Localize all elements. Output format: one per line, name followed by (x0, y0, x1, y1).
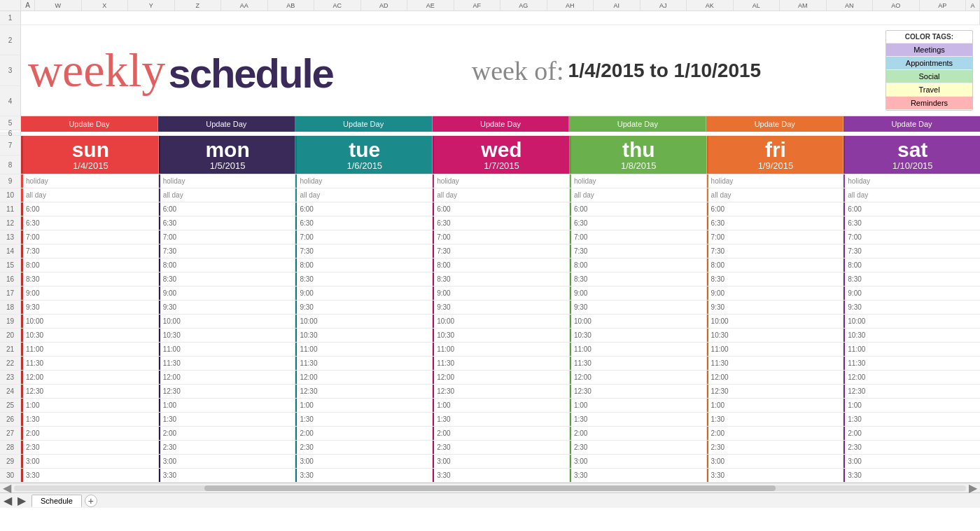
time-cell-7-30-day-2[interactable]: 7:30 (295, 244, 433, 258)
time-cell-9-00-day-4[interactable]: 9:00 (570, 287, 707, 300)
time-cell-3-00-day-0[interactable]: 3:00 (21, 455, 159, 468)
time-cell-12-30-day-0[interactable]: 12:30 (21, 385, 159, 398)
time-cell-7-30-day-0[interactable]: 7:30 (21, 244, 159, 258)
time-cell-11-30-day-4[interactable]: 11:30 (570, 357, 707, 370)
time-cell-8-30-day-0[interactable]: 8:30 (21, 273, 159, 286)
time-cell-9-00-day-1[interactable]: 9:00 (159, 287, 296, 300)
time-cell-1-30-day-4[interactable]: 1:30 (570, 413, 707, 426)
time-cell-7-00-day-4[interactable]: 7:00 (570, 230, 707, 244)
time-cell-8-00-day-2[interactable]: 8:00 (295, 258, 433, 272)
time-cell-1-30-day-5[interactable]: 1:30 (707, 413, 844, 426)
time-cell-11-30-day-3[interactable]: 11:30 (433, 357, 570, 370)
time-cell-7-00-day-2[interactable]: 7:00 (295, 230, 433, 244)
time-cell-1-30-day-0[interactable]: 1:30 (21, 413, 159, 426)
time-cell-3-30-day-5[interactable]: 3:30 (707, 469, 844, 482)
time-cell-12-00-day-4[interactable]: 12:00 (570, 371, 707, 384)
time-cell-3-00-day-4[interactable]: 3:00 (570, 455, 707, 468)
update-day-fri[interactable]: Update Day (706, 116, 844, 132)
time-cell-7-30-day-3[interactable]: 7:30 (433, 244, 570, 258)
time-cell-8-00-day-6[interactable]: 8:00 (844, 258, 980, 272)
time-cell-3-30-day-4[interactable]: 3:30 (570, 469, 707, 482)
time-cell-11-30-day-0[interactable]: 11:30 (21, 357, 159, 370)
holiday-sat[interactable]: holiday (844, 174, 980, 188)
update-day-sun[interactable]: Update Day (21, 116, 158, 132)
time-cell-3-00-day-5[interactable]: 3:00 (707, 455, 844, 468)
time-cell-2-00-day-5[interactable]: 2:00 (707, 427, 844, 440)
time-cell-11-00-day-4[interactable]: 11:00 (570, 343, 707, 356)
time-cell-9-30-day-5[interactable]: 9:30 (707, 301, 844, 314)
time-cell-12-00-day-0[interactable]: 12:00 (21, 371, 159, 384)
time-cell-7-00-day-1[interactable]: 7:00 (159, 230, 296, 244)
time-cell-10-00-day-1[interactable]: 10:00 (159, 315, 296, 328)
time-cell-11-00-day-0[interactable]: 11:00 (21, 343, 159, 356)
time-cell-10-30-day-5[interactable]: 10:30 (707, 329, 844, 342)
sheet-nav-left[interactable]: ◀ (4, 494, 12, 507)
time-cell-10-00-day-3[interactable]: 10:00 (433, 315, 570, 328)
time-cell-10-30-day-2[interactable]: 10:30 (295, 329, 433, 342)
time-cell-10-00-day-2[interactable]: 10:00 (295, 315, 433, 328)
time-cell-10-00-day-4[interactable]: 10:00 (570, 315, 707, 328)
time-cell-8-00-day-3[interactable]: 8:00 (433, 258, 570, 272)
time-cell-8-30-day-6[interactable]: 8:30 (844, 273, 980, 286)
time-cell-2-30-day-1[interactable]: 2:30 (159, 441, 296, 454)
time-cell-8-30-day-5[interactable]: 8:30 (707, 273, 844, 286)
holiday-thu[interactable]: holiday (570, 174, 707, 188)
scrollbar-thumb[interactable] (204, 485, 776, 491)
time-cell-8-00-day-0[interactable]: 8:00 (21, 258, 159, 272)
holiday-fri[interactable]: holiday (707, 174, 844, 188)
time-cell-1-30-day-1[interactable]: 1:30 (159, 413, 296, 426)
time-cell-12-00-day-6[interactable]: 12:00 (844, 371, 980, 384)
time-cell-12-00-day-1[interactable]: 12:00 (159, 371, 296, 384)
scroll-right-btn[interactable]: ▶ (969, 481, 977, 495)
time-cell-1-00-day-4[interactable]: 1:00 (570, 399, 707, 412)
time-cell-2-30-day-6[interactable]: 2:30 (844, 441, 980, 454)
time-cell-8-30-day-2[interactable]: 8:30 (295, 273, 433, 286)
time-cell-6-30-day-0[interactable]: 6:30 (21, 216, 159, 230)
time-cell-10-00-day-6[interactable]: 10:00 (844, 315, 980, 328)
time-cell-10-00-day-5[interactable]: 10:00 (707, 315, 844, 328)
time-cell-6-00-day-4[interactable]: 6:00 (570, 202, 707, 216)
time-cell-1-00-day-2[interactable]: 1:00 (295, 399, 433, 412)
time-cell-9-00-day-3[interactable]: 9:00 (433, 287, 570, 300)
time-cell-7-00-day-0[interactable]: 7:00 (21, 230, 159, 244)
time-cell-3-30-day-3[interactable]: 3:30 (433, 469, 570, 482)
time-cell-8-00-day-5[interactable]: 8:00 (707, 258, 844, 272)
update-day-mon[interactable]: Update Day (158, 116, 295, 132)
time-cell-11-30-day-5[interactable]: 11:30 (707, 357, 844, 370)
time-cell-8-30-day-1[interactable]: 8:30 (159, 273, 296, 286)
time-cell-9-00-day-0[interactable]: 9:00 (21, 287, 159, 300)
time-cell-12-30-day-6[interactable]: 12:30 (844, 385, 980, 398)
time-cell-9-00-day-6[interactable]: 9:00 (844, 287, 980, 300)
time-cell-10-30-day-6[interactable]: 10:30 (844, 329, 980, 342)
time-cell-9-30-day-6[interactable]: 9:30 (844, 301, 980, 314)
time-cell-12-30-day-3[interactable]: 12:30 (433, 385, 570, 398)
holiday-wed[interactable]: holiday (433, 174, 570, 188)
time-cell-3-00-day-2[interactable]: 3:00 (295, 455, 433, 468)
time-cell-2-00-day-3[interactable]: 2:00 (433, 427, 570, 440)
time-cell-7-00-day-5[interactable]: 7:00 (707, 230, 844, 244)
time-cell-9-30-day-4[interactable]: 9:30 (570, 301, 707, 314)
time-cell-9-00-day-2[interactable]: 9:00 (295, 287, 433, 300)
time-cell-6-30-day-1[interactable]: 6:30 (159, 216, 296, 230)
time-cell-12-30-day-5[interactable]: 12:30 (707, 385, 844, 398)
time-cell-12-00-day-2[interactable]: 12:00 (295, 371, 433, 384)
time-cell-6-30-day-3[interactable]: 6:30 (433, 216, 570, 230)
time-cell-6-00-day-5[interactable]: 6:00 (707, 202, 844, 216)
holiday-sun[interactable]: holiday (21, 174, 159, 188)
time-cell-3-00-day-1[interactable]: 3:00 (159, 455, 296, 468)
time-cell-10-00-day-0[interactable]: 10:00 (21, 315, 159, 328)
time-cell-2-30-day-3[interactable]: 2:30 (433, 441, 570, 454)
time-cell-10-30-day-3[interactable]: 10:30 (433, 329, 570, 342)
time-cell-7-00-day-6[interactable]: 7:00 (844, 230, 980, 244)
time-cell-7-30-day-5[interactable]: 7:30 (707, 244, 844, 258)
time-cell-2-30-day-2[interactable]: 2:30 (295, 441, 433, 454)
time-cell-11-30-day-1[interactable]: 11:30 (159, 357, 296, 370)
time-cell-8-30-day-3[interactable]: 8:30 (433, 273, 570, 286)
schedule-tab[interactable]: Schedule (31, 495, 82, 507)
time-cell-1-00-day-3[interactable]: 1:00 (433, 399, 570, 412)
time-cell-3-30-day-1[interactable]: 3:30 (159, 469, 296, 482)
time-cell-8-30-day-4[interactable]: 8:30 (570, 273, 707, 286)
time-cell-1-00-day-6[interactable]: 1:00 (844, 399, 980, 412)
time-cell-1-00-day-5[interactable]: 1:00 (707, 399, 844, 412)
time-cell-2-30-day-4[interactable]: 2:30 (570, 441, 707, 454)
